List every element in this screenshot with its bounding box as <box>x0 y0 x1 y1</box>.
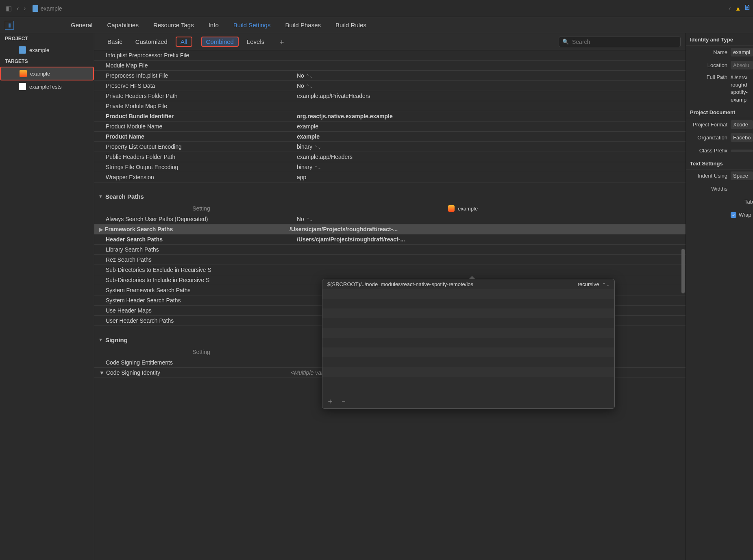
issue-prev-icon[interactable]: ‹ <box>729 5 731 12</box>
path-row[interactable]: $(SRCROOT)/../node_modules/react-native-… <box>322 279 614 289</box>
insp-fullpath-label: Full Path <box>690 74 731 80</box>
stepper-icon[interactable]: ⌃⌄ <box>314 145 321 150</box>
setting-row[interactable]: Product Nameexample <box>94 132 686 142</box>
warning-icon[interactable]: ▲ <box>735 5 741 12</box>
project-icon <box>19 46 26 54</box>
filter-basic[interactable]: Basic <box>102 37 127 47</box>
file-inspector-tab-icon[interactable]: 🗎 <box>744 3 751 12</box>
setting-row[interactable]: Always Search User Paths (Deprecated)No⌃… <box>94 214 686 224</box>
disclosure-triangle-icon[interactable]: ▶ <box>99 226 103 232</box>
insp-widths-label: Widths <box>690 186 731 192</box>
path-text[interactable]: $(SRCROOT)/../node_modules/react-native-… <box>327 281 578 287</box>
path-row[interactable] <box>322 377 614 386</box>
path-row[interactable] <box>322 289 614 299</box>
path-row[interactable] <box>322 299 614 308</box>
setting-row[interactable]: Wrapper Extensionapp <box>94 172 686 182</box>
stepper-icon[interactable]: ⌃⌄ <box>314 165 321 170</box>
nav-grid-icon[interactable]: ◧ <box>6 4 12 12</box>
setting-row[interactable]: Info.plist Preprocessor Prefix File <box>94 50 686 61</box>
setting-row[interactable]: Preprocess Info.plist FileNo⌃⌄ <box>94 71 686 81</box>
add-setting-button[interactable]: ＋ <box>278 37 285 47</box>
setting-row[interactable]: Property List Output Encodingbinary⌃⌄ <box>94 142 686 152</box>
disclosure-triangle-icon[interactable]: ▼ <box>98 337 103 342</box>
sidebar-target-tests[interactable]: exampleTests <box>0 80 94 93</box>
path-row[interactable] <box>322 338 614 347</box>
filter-all[interactable]: All <box>176 37 192 47</box>
sidebar-target-app[interactable]: example <box>0 67 94 80</box>
setting-row[interactable]: Rez Search Paths <box>94 255 686 265</box>
setting-row[interactable]: Header Search Paths/Users/cjam/Projects/… <box>94 234 686 245</box>
toggle-navigator-icon[interactable]: ▮ <box>5 21 14 30</box>
tab-capabilities[interactable]: Capabilities <box>100 17 146 33</box>
disclosure-triangle-icon[interactable]: ▼ <box>99 370 104 376</box>
inspector-identity-header: Identity and Type <box>686 33 753 46</box>
test-target-icon <box>19 83 26 90</box>
insp-location-field[interactable]: Absolu <box>731 61 753 69</box>
add-path-button[interactable]: ＋ <box>326 397 334 405</box>
search-field[interactable]: 🔍 <box>559 37 681 47</box>
setting-row-selected[interactable]: ▶Framework Search Paths/Users/cjam/Proje… <box>94 224 686 234</box>
insp-indent-field[interactable]: Space <box>731 171 753 180</box>
stepper-icon[interactable]: ⌃⌄ <box>306 217 313 222</box>
filter-bar: Basic Customized All Combined Levels ＋ 🔍 <box>94 33 686 50</box>
path-mode[interactable]: recursive <box>578 281 599 287</box>
setting-row[interactable]: Private Module Map File <box>94 101 686 111</box>
tab-build-rules[interactable]: Build Rules <box>328 17 374 33</box>
inspector-panel: Identity and Type Nameexampl LocationAbs… <box>686 33 753 560</box>
path-row[interactable] <box>322 367 614 377</box>
path-row[interactable] <box>322 347 614 357</box>
wrap-checkbox[interactable]: ✓ <box>731 212 736 218</box>
path-row[interactable] <box>322 357 614 367</box>
setting-row[interactable]: Public Headers Folder Pathexample.app/He… <box>94 152 686 162</box>
inspector-text-header: Text Settings <box>686 157 753 169</box>
tab-build-settings[interactable]: Build Settings <box>226 17 278 33</box>
tab-info[interactable]: Info <box>201 17 226 33</box>
insp-projfmt-field[interactable]: Xcode <box>731 120 753 129</box>
tab-resource-tags[interactable]: Resource Tags <box>146 17 201 33</box>
tab-general[interactable]: General <box>63 17 100 33</box>
sidebar-target-tests-label: exampleTests <box>29 84 61 90</box>
build-settings-editor: Basic Customized All Combined Levels ＋ 🔍… <box>94 33 686 560</box>
app-target-icon <box>20 70 27 77</box>
setting-row[interactable]: Private Headers Folder Pathexample.app/P… <box>94 91 686 101</box>
insp-org-field[interactable]: Facebo <box>731 133 753 142</box>
insp-org-label: Organization <box>690 135 731 141</box>
sidebar-project-name: example <box>29 47 49 53</box>
stepper-icon[interactable]: ⌃⌄ <box>306 74 313 78</box>
search-icon: 🔍 <box>562 39 569 45</box>
insp-wrap-label: Wrap <box>739 212 751 218</box>
insp-classprefix-field[interactable] <box>731 150 753 152</box>
path-row[interactable] <box>322 328 614 338</box>
setting-row[interactable]: Preserve HFS DataNo⌃⌄ <box>94 81 686 91</box>
tab-build-phases[interactable]: Build Phases <box>278 17 328 33</box>
setting-row[interactable]: Product Bundle Identifierorg.reactjs.nat… <box>94 111 686 122</box>
remove-path-button[interactable]: － <box>340 397 347 405</box>
filter-combined[interactable]: Combined <box>201 37 239 47</box>
app-target-icon <box>448 205 455 212</box>
disclosure-triangle-icon[interactable]: ▼ <box>98 194 103 199</box>
paths-popover: $(SRCROOT)/../node_modules/react-native-… <box>322 279 615 409</box>
scrollbar-thumb[interactable] <box>681 249 685 293</box>
setting-row[interactable]: Strings File Output Encodingbinary⌃⌄ <box>94 162 686 172</box>
path-row[interactable] <box>322 308 614 318</box>
setting-row[interactable]: Library Search Paths <box>94 245 686 255</box>
section-search-paths[interactable]: ▼Search Paths <box>94 190 686 203</box>
stepper-icon[interactable]: ⌃⌄ <box>602 282 609 287</box>
insp-name-label: Name <box>690 49 731 55</box>
sidebar-project-item[interactable]: example <box>0 44 94 56</box>
insp-name-field[interactable]: exampl <box>731 48 753 56</box>
nav-back-icon[interactable]: ‹ <box>17 5 19 12</box>
setting-row[interactable]: Module Map File <box>94 61 686 71</box>
nav-fwd-icon[interactable]: › <box>24 5 26 12</box>
path-row[interactable] <box>322 318 614 328</box>
setting-row[interactable]: Product Module Nameexample <box>94 122 686 132</box>
setting-row[interactable]: Sub-Directories to Exclude in Recursive … <box>94 265 686 275</box>
sidebar-project-header: PROJECT <box>0 33 94 44</box>
filter-customized[interactable]: Customized <box>131 37 172 47</box>
insp-fullpath-value: /Users/ roughd spotify- exampl <box>731 74 748 104</box>
insp-projfmt-label: Project Format <box>690 122 731 128</box>
filter-levels[interactable]: Levels <box>242 37 269 47</box>
stepper-icon[interactable]: ⌃⌄ <box>306 84 313 89</box>
document-title[interactable]: example <box>41 5 62 12</box>
search-input[interactable] <box>572 39 677 45</box>
